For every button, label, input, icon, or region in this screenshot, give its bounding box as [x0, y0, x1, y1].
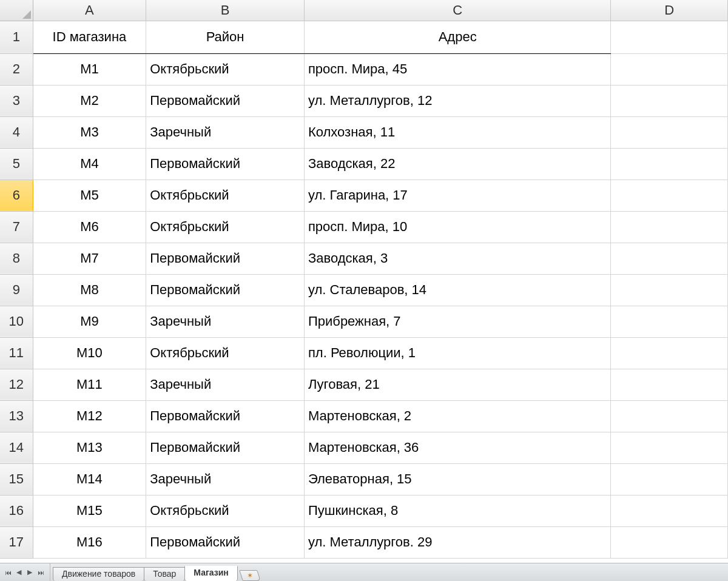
cell-C6[interactable]: ул. Гагарина, 17	[304, 180, 610, 211]
row-header-6[interactable]: 6	[0, 180, 33, 211]
cell-C5[interactable]: Заводская, 22	[304, 148, 610, 180]
row-header-2[interactable]: 2	[0, 53, 33, 85]
cell-B15[interactable]: Заречный	[146, 463, 305, 495]
col-header-C[interactable]: C	[304, 0, 610, 21]
cell-B13[interactable]: Первомайский	[146, 400, 305, 432]
cell-A8[interactable]: М7	[33, 243, 146, 274]
cell-A7[interactable]: М6	[33, 211, 146, 243]
cell-A9[interactable]: М8	[33, 274, 146, 306]
cell-C10[interactable]: Прибрежная, 7	[304, 306, 610, 337]
table-row: 4М3ЗаречныйКолхозная, 11	[0, 116, 728, 148]
cell-A10[interactable]: М9	[33, 306, 146, 337]
cell-D15[interactable]	[611, 463, 728, 495]
cell-A16[interactable]: М15	[33, 495, 146, 526]
cell-B7[interactable]: Октябрьский	[146, 211, 305, 243]
col-header-A[interactable]: A	[33, 0, 146, 21]
sheet-tab[interactable]: Движение товаров	[53, 567, 144, 581]
cell-D10[interactable]	[611, 306, 728, 337]
cell-C2[interactable]: просп. Мира, 45	[304, 53, 610, 85]
cell-D3[interactable]	[611, 85, 728, 116]
cell-D12[interactable]	[611, 369, 728, 400]
row-header-11[interactable]: 11	[0, 337, 33, 369]
cell-B3[interactable]: Первомайский	[146, 85, 305, 116]
cell-B17[interactable]: Первомайский	[146, 526, 305, 558]
cell-D2[interactable]	[611, 53, 728, 85]
col-header-D[interactable]: D	[611, 0, 728, 21]
cell-B14[interactable]: Первомайский	[146, 432, 305, 463]
row-header-15[interactable]: 15	[0, 463, 33, 495]
cell-B1[interactable]: Район	[146, 21, 305, 53]
nav-prev-sheet[interactable]: ◀	[13, 567, 24, 578]
cell-B16[interactable]: Октябрьский	[146, 495, 305, 526]
row-header-10[interactable]: 10	[0, 306, 33, 337]
row-header-4[interactable]: 4	[0, 116, 33, 148]
sheet-tab[interactable]: Товар	[144, 567, 185, 581]
cell-A14[interactable]: М13	[33, 432, 146, 463]
cell-B4[interactable]: Заречный	[146, 116, 305, 148]
cell-C8[interactable]: Заводская, 3	[304, 243, 610, 274]
row-header-17[interactable]: 17	[0, 526, 33, 558]
cell-D11[interactable]	[611, 337, 728, 369]
cell-C3[interactable]: ул. Металлургов, 12	[304, 85, 610, 116]
cell-D1[interactable]	[611, 21, 728, 53]
row-header-13[interactable]: 13	[0, 400, 33, 432]
cell-D16[interactable]	[611, 495, 728, 526]
cell-A1[interactable]: ID магазина	[33, 21, 146, 53]
cell-C14[interactable]: Мартеновская, 36	[304, 432, 610, 463]
row-header-12[interactable]: 12	[0, 369, 33, 400]
cell-B9[interactable]: Первомайский	[146, 274, 305, 306]
cell-A4[interactable]: М3	[33, 116, 146, 148]
row-header-9[interactable]: 9	[0, 274, 33, 306]
cell-B5[interactable]: Первомайский	[146, 148, 305, 180]
row-header-1[interactable]: 1	[0, 21, 33, 53]
cell-B6[interactable]: Октябрьский	[146, 180, 305, 211]
cell-D8[interactable]	[611, 243, 728, 274]
cell-D7[interactable]	[611, 211, 728, 243]
cell-A13[interactable]: М12	[33, 400, 146, 432]
cell-A17[interactable]: М16	[33, 526, 146, 558]
cell-C4[interactable]: Колхозная, 11	[304, 116, 610, 148]
cell-B2[interactable]: Октябрьский	[146, 53, 305, 85]
row-header-8[interactable]: 8	[0, 243, 33, 274]
cell-C1[interactable]: Адрес	[304, 21, 610, 53]
cell-B8[interactable]: Первомайский	[146, 243, 305, 274]
cell-C15[interactable]: Элеваторная, 15	[304, 463, 610, 495]
cell-B11[interactable]: Октябрьский	[146, 337, 305, 369]
cell-A6[interactable]: М5	[33, 180, 146, 211]
cell-C7[interactable]: просп. Мира, 10	[304, 211, 610, 243]
row-header-5[interactable]: 5	[0, 148, 33, 180]
cell-D9[interactable]	[611, 274, 728, 306]
cell-C16[interactable]: Пушкинская, 8	[304, 495, 610, 526]
cell-C12[interactable]: Луговая, 21	[304, 369, 610, 400]
nav-next-sheet[interactable]: ▶	[24, 567, 35, 578]
cell-C13[interactable]: Мартеновская, 2	[304, 400, 610, 432]
cell-D17[interactable]	[611, 526, 728, 558]
cell-B10[interactable]: Заречный	[146, 306, 305, 337]
row-header-3[interactable]: 3	[0, 85, 33, 116]
cell-A5[interactable]: М4	[33, 148, 146, 180]
row-header-14[interactable]: 14	[0, 432, 33, 463]
sheet-tab[interactable]: Магазин	[184, 566, 237, 581]
cell-A2[interactable]: М1	[33, 53, 146, 85]
cell-D6[interactable]	[611, 180, 728, 211]
cell-D5[interactable]	[611, 148, 728, 180]
col-header-B[interactable]: B	[146, 0, 305, 21]
nav-first-sheet[interactable]: ⏮	[2, 567, 13, 578]
cell-D14[interactable]	[611, 432, 728, 463]
cell-B12[interactable]: Заречный	[146, 369, 305, 400]
row-header-7[interactable]: 7	[0, 211, 33, 243]
nav-last-sheet[interactable]: ⏭	[35, 567, 46, 578]
cell-A12[interactable]: М11	[33, 369, 146, 400]
cell-D4[interactable]	[611, 116, 728, 148]
spreadsheet-grid[interactable]: A B C D 1ID магазинаРайонАдрес2М1Октябрь…	[0, 0, 728, 559]
cell-C9[interactable]: ул. Сталеваров, 14	[304, 274, 610, 306]
row-header-16[interactable]: 16	[0, 495, 33, 526]
cell-D13[interactable]	[611, 400, 728, 432]
select-all-corner[interactable]	[0, 0, 33, 21]
new-sheet-button[interactable]: ✶	[239, 570, 261, 581]
cell-A11[interactable]: М10	[33, 337, 146, 369]
cell-A15[interactable]: М14	[33, 463, 146, 495]
cell-C17[interactable]: ул. Металлургов. 29	[304, 526, 610, 558]
cell-A3[interactable]: М2	[33, 85, 146, 116]
cell-C11[interactable]: пл. Революции, 1	[304, 337, 610, 369]
